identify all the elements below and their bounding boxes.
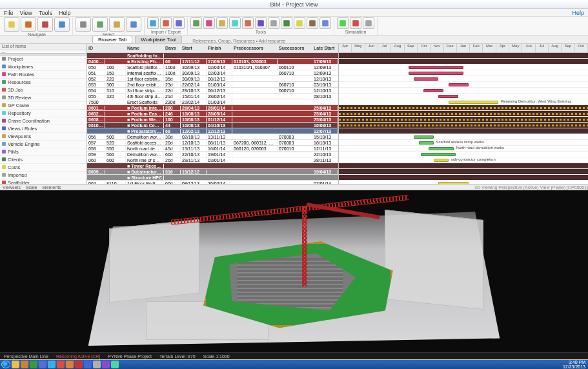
primary-tab[interactable]: Workplane Tool xyxy=(135,35,182,43)
sidebar-section-viewpoints[interactable]: Viewpoints xyxy=(0,133,86,141)
gantt-bar[interactable] xyxy=(414,77,439,81)
start-button[interactable] xyxy=(1,361,10,368)
merge-button[interactable] xyxy=(307,17,318,29)
view3d-tab[interactable]: Viewsets xyxy=(3,185,21,190)
select-button[interactable] xyxy=(76,17,91,32)
taskbar-clock[interactable]: 3:40 PM 12/23/2013 xyxy=(563,360,587,369)
column-header[interactable]: Finish xyxy=(207,46,232,50)
table-row[interactable]: 0553204th floor strip-demolition removal… xyxy=(87,94,338,99)
column-header[interactable]: ID xyxy=(87,46,105,50)
activity-grid[interactable]: IDNameDaysStartFinishPredecessorsSuccess… xyxy=(87,44,339,184)
time-button[interactable] xyxy=(242,17,254,29)
table-row[interactable]: ■ Preparatory Works and Demolition6812/0… xyxy=(87,128,338,134)
sim-button[interactable] xyxy=(255,17,267,29)
taskbar-notepad-icon[interactable] xyxy=(93,361,101,368)
sidebar-section-path-routes[interactable]: Path Routes xyxy=(0,71,86,79)
view3d-viewport[interactable] xyxy=(0,190,588,353)
show-button[interactable] xyxy=(126,17,141,32)
table-row[interactable]: ■ Tower Reconstruction xyxy=(87,163,338,169)
taskbar-app2-icon[interactable] xyxy=(111,361,119,368)
view3d-tab[interactable]: Elements xyxy=(42,185,61,190)
navigate-button[interactable] xyxy=(4,17,19,32)
help-link[interactable]: Help xyxy=(572,10,584,16)
table-row[interactable]: 0543103rd floor strip-demolition removal… xyxy=(87,88,338,94)
sidebar-section-imported[interactable]: Imported xyxy=(0,172,86,179)
table-row[interactable]: 060600North line of sub-contractor works… xyxy=(87,157,338,163)
sidebar-section-vehicle-engine[interactable]: Vehicle Engine xyxy=(0,141,86,148)
clash-button[interactable] xyxy=(216,17,228,29)
gantt-bar[interactable] xyxy=(409,72,463,75)
taskbar-outlook-icon[interactable] xyxy=(21,361,28,368)
column-header[interactable]: Start xyxy=(181,46,207,50)
table-row[interactable]: 0522201st floor existing removal35d30/09… xyxy=(87,76,338,82)
taskbar-explorer-icon[interactable] xyxy=(12,361,19,368)
measure-button[interactable] xyxy=(190,17,202,29)
taskbar-firefox-icon[interactable] xyxy=(66,361,74,368)
sidebar-section-gp-crane[interactable]: GP Crane xyxy=(0,102,86,110)
view3d-tab[interactable]: Scale xyxy=(26,185,37,190)
hide-button[interactable] xyxy=(109,17,125,32)
settings-button[interactable] xyxy=(319,17,331,29)
section-button[interactable] xyxy=(203,17,215,29)
print-button[interactable] xyxy=(281,17,292,29)
taskbar-word-icon[interactable] xyxy=(84,361,92,368)
sidebar-section--d-job[interactable]: 3D Job xyxy=(0,86,86,94)
table-row[interactable]: 060800■ Podium West Wing Structural Work… xyxy=(87,117,338,123)
primary-tab[interactable]: Browser Tab xyxy=(92,35,132,43)
import-button[interactable] xyxy=(147,17,159,29)
play-button[interactable] xyxy=(337,17,349,29)
taskbar-acrobat-icon[interactable] xyxy=(75,361,83,368)
table-row[interactable]: 06281101st Floor Podium substructure wal… xyxy=(87,181,338,184)
export-button[interactable] xyxy=(160,17,172,29)
taskbar-teams-icon[interactable] xyxy=(39,361,46,368)
orbit-button[interactable] xyxy=(21,17,36,32)
table-row[interactable]: 060100■ Podium Internal Strip-Out Works2… xyxy=(87,105,338,111)
gantt-bar[interactable] xyxy=(414,135,434,139)
sidebar-section-costs[interactable]: Costs xyxy=(0,164,86,172)
os-taskbar[interactable]: 3:40 PM 12/23/2013 xyxy=(0,360,588,369)
table-row[interactable]: 059560Demolition works below ground60d22… xyxy=(87,152,338,157)
gantt-bar[interactable] xyxy=(423,89,443,92)
table-row[interactable]: 7500Erect Scaffolds220d22/02/1401/03/14 xyxy=(87,99,338,105)
table-row[interactable]: 056500Demolition works in the access are… xyxy=(87,134,338,140)
sidebar-section--d-review[interactable]: 3D Review xyxy=(0,94,86,102)
gantt-bar[interactable] xyxy=(419,141,434,145)
taskbar-app1-icon[interactable] xyxy=(102,361,110,368)
taskbar-chrome-icon[interactable] xyxy=(57,361,65,368)
sidebar-section-clients[interactable]: Clients xyxy=(0,156,86,164)
config-button[interactable] xyxy=(363,17,374,29)
menu-file[interactable]: File xyxy=(4,10,14,16)
table-row[interactable]: 050100Scaffold platform preparation100d3… xyxy=(87,65,338,70)
fly-button[interactable] xyxy=(54,17,70,32)
cost-button[interactable] xyxy=(229,17,241,29)
gantt-bar[interactable] xyxy=(421,153,456,156)
walk-button[interactable] xyxy=(37,17,53,32)
sidebar-section-project[interactable]: Project xyxy=(0,55,86,63)
gantt-bar[interactable] xyxy=(449,101,498,104)
gantt-bar[interactable] xyxy=(449,83,469,86)
gantt-bar[interactable] xyxy=(429,147,454,150)
sidebar-section-pims[interactable]: PiMs xyxy=(0,148,86,156)
report-button[interactable] xyxy=(268,17,279,29)
table-row[interactable]: 058550North road demolition works45d13/1… xyxy=(87,146,338,152)
gantt-chart[interactable]: AprMayJunJulAugSepOctNovDecJanFebMarAprM… xyxy=(339,44,588,184)
gantt-bar[interactable] xyxy=(438,95,458,98)
sidebar-section-crane-coordination[interactable]: Crane Coordination xyxy=(0,117,86,125)
sidebar-section-resources[interactable]: Resources xyxy=(0,79,86,86)
menu-help[interactable]: Help xyxy=(59,10,71,16)
menu-view[interactable]: View xyxy=(20,10,32,16)
column-header[interactable]: Successors xyxy=(278,46,312,50)
gantt-bar[interactable] xyxy=(409,66,463,69)
table-row[interactable]: 060200■ Podium East Wing Structural Work… xyxy=(87,111,338,117)
column-header[interactable]: Late Start xyxy=(312,46,338,50)
region-button[interactable] xyxy=(92,17,108,32)
table-row[interactable]: Scaffolding for Narrow Street, East Wing… xyxy=(87,53,338,59)
table-row[interactable]: 051150Internal scaffold prep100d30/09/13… xyxy=(87,70,338,76)
taskbar-excel-icon[interactable] xyxy=(30,361,37,368)
column-header[interactable]: Predecessors xyxy=(232,46,278,50)
gantt-bar[interactable] xyxy=(434,159,449,162)
table-row[interactable]: 060900■ Substructure Works31619/12/1219/… xyxy=(87,169,338,175)
sidebar-section-workplanes[interactable]: Workplanes xyxy=(0,63,86,71)
sidebar-section-scaffolder[interactable]: Scaffolder xyxy=(0,179,86,184)
table-row[interactable]: 057520Scaffold access ramp works20d12/10… xyxy=(87,140,338,146)
